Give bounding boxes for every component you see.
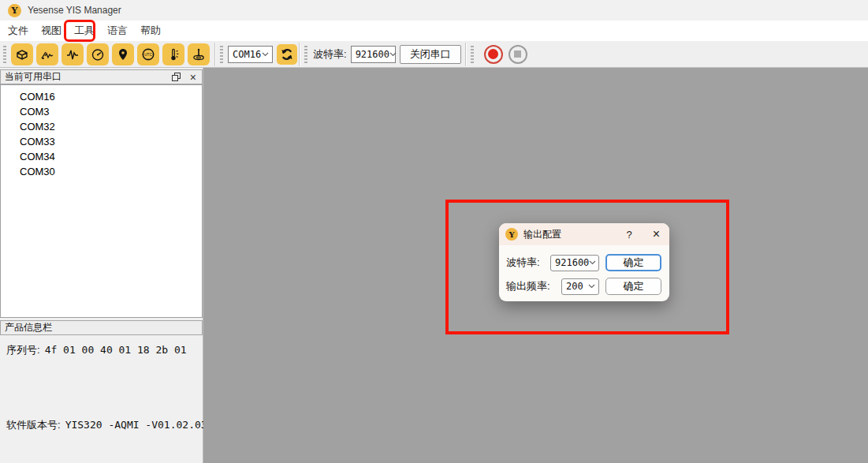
baud-rate-label: 波特率: bbox=[313, 47, 347, 62]
menu-tools[interactable]: 工具 bbox=[68, 21, 101, 41]
software-version-value: YIS320 -AQMI -V01.02.03; bbox=[65, 419, 214, 431]
angle-waveform-button[interactable] bbox=[36, 43, 58, 65]
port-list-item[interactable]: COM33 bbox=[1, 134, 202, 149]
angle-waveform-icon bbox=[39, 47, 55, 62]
dialog-close-button[interactable]: × bbox=[653, 228, 660, 241]
cube-3d-icon bbox=[14, 47, 30, 62]
dialog-logo-icon: Y bbox=[505, 228, 518, 241]
toolbar-drag-handle[interactable] bbox=[471, 46, 474, 63]
software-version-row: 软件版本号:YIS320 -AQMI -V01.02.03; bbox=[6, 418, 213, 432]
left-dock-panel: 当前可用串口 × COM16 COM3 COM32 COM33 COM34 CO… bbox=[0, 68, 203, 463]
record-button[interactable] bbox=[484, 45, 503, 64]
dialog-baud-select[interactable]: 921600 bbox=[550, 255, 599, 271]
menu-language[interactable]: 语言 bbox=[101, 21, 134, 41]
window-titlebar: Y Yesense YIS Manager bbox=[0, 0, 868, 21]
close-serial-button[interactable]: 关闭串口 bbox=[400, 45, 461, 64]
thermometer-icon bbox=[166, 47, 181, 62]
dialog-titlebar: Y 输出配置 ? × bbox=[499, 223, 669, 245]
chevron-down-icon bbox=[262, 52, 269, 57]
menu-bar: 文件 视图 工具 语言 帮助 bbox=[0, 21, 868, 41]
chevron-down-icon bbox=[589, 260, 596, 265]
stop-icon bbox=[514, 50, 521, 58]
dialog-freq-label: 输出频率: bbox=[506, 279, 550, 293]
waveform-icon bbox=[65, 47, 80, 62]
gauge-icon bbox=[90, 47, 106, 62]
attitude-sensor-button[interactable] bbox=[188, 43, 210, 65]
refresh-icon bbox=[279, 47, 295, 62]
port-list-item[interactable]: COM30 bbox=[1, 164, 202, 179]
serial-number-value: 4f 01 00 40 01 18 2b 01 bbox=[45, 344, 187, 356]
toolbar-divider bbox=[299, 43, 300, 66]
port-list-item[interactable]: COM3 bbox=[1, 104, 202, 119]
dialog-freq-ok-button[interactable]: 确定 bbox=[605, 278, 661, 295]
utc-clock-button[interactable]: UTC bbox=[137, 43, 159, 65]
record-icon bbox=[488, 49, 498, 59]
location-pin-button[interactable] bbox=[112, 43, 134, 65]
app-logo-icon: Y bbox=[8, 4, 21, 17]
port-list-item[interactable]: COM34 bbox=[1, 149, 202, 164]
toolbar: UTC COM16 bbox=[0, 41, 868, 68]
output-config-dialog: Y 输出配置 ? × 波特率: 921600 确定 输出频率: 200 bbox=[499, 223, 669, 301]
serial-number-label: 序列号: bbox=[6, 344, 40, 356]
port-list-item[interactable]: COM16 bbox=[1, 89, 202, 104]
com-port-select[interactable]: COM16 bbox=[228, 46, 273, 63]
menu-help[interactable]: 帮助 bbox=[134, 21, 167, 41]
dialog-title: 输出配置 bbox=[523, 228, 561, 241]
ports-list: COM16 COM3 COM32 COM33 COM34 COM30 bbox=[0, 84, 203, 318]
gauge-button[interactable] bbox=[87, 43, 109, 65]
dialog-freq-row: 输出频率: 200 确定 bbox=[506, 278, 661, 295]
dialog-freq-select[interactable]: 200 bbox=[561, 278, 599, 295]
toolbar-drag-handle[interactable] bbox=[3, 46, 6, 63]
thermometer-button[interactable] bbox=[162, 43, 184, 65]
window-title: Yesense YIS Manager bbox=[28, 5, 121, 16]
utc-clock-icon: UTC bbox=[140, 47, 156, 62]
menu-file[interactable]: 文件 bbox=[2, 21, 35, 41]
chevron-down-icon bbox=[588, 284, 595, 289]
refresh-ports-button[interactable] bbox=[277, 44, 297, 65]
info-panel-title: 产品信息栏 bbox=[5, 321, 52, 334]
dialog-help-button[interactable]: ? bbox=[626, 229, 631, 241]
port-list-item[interactable]: COM32 bbox=[1, 119, 202, 134]
info-panel-titlebar: 产品信息栏 bbox=[0, 320, 203, 335]
waveform-button[interactable] bbox=[61, 43, 84, 65]
attitude-sensor-icon bbox=[191, 47, 207, 62]
software-version-label: 软件版本号: bbox=[6, 419, 61, 431]
dialog-baud-row: 波特率: 921600 确定 bbox=[506, 254, 661, 271]
dialog-baud-value: 921600 bbox=[555, 257, 589, 268]
com-port-value: COM16 bbox=[233, 49, 261, 60]
svg-text:UTC: UTC bbox=[144, 52, 152, 56]
dialog-baud-ok-button[interactable]: 确定 bbox=[605, 254, 661, 271]
chevron-down-icon bbox=[389, 52, 397, 57]
menu-view[interactable]: 视图 bbox=[35, 21, 68, 41]
cube-3d-button[interactable] bbox=[11, 43, 33, 65]
stop-button[interactable] bbox=[509, 45, 527, 64]
dialog-baud-label: 波特率: bbox=[506, 256, 540, 270]
ports-panel-titlebar: 当前可用串口 × bbox=[0, 69, 203, 84]
serial-number-row: 序列号:4f 01 00 40 01 18 2b 01 bbox=[6, 343, 187, 357]
float-panel-button[interactable] bbox=[172, 73, 181, 81]
toolbar-drag-handle[interactable] bbox=[304, 46, 307, 63]
app-window: Y Yesense YIS Manager 文件 视图 工具 语言 帮助 bbox=[0, 0, 868, 463]
close-panel-button[interactable]: × bbox=[190, 72, 196, 83]
main-canvas: Y 输出配置 ? × 波特率: 921600 确定 输出频率: 200 bbox=[203, 68, 868, 463]
dialog-freq-value: 200 bbox=[566, 281, 583, 292]
toolbar-divider bbox=[214, 43, 215, 66]
toolbar-divider bbox=[465, 43, 466, 66]
float-panel-icon bbox=[172, 73, 181, 81]
baud-rate-value: 921600 bbox=[356, 49, 389, 60]
toolbar-drag-handle[interactable] bbox=[220, 46, 223, 63]
baud-rate-select[interactable]: 921600 bbox=[351, 46, 396, 63]
ports-panel-title: 当前可用串口 bbox=[5, 70, 61, 84]
location-pin-icon bbox=[115, 47, 131, 62]
